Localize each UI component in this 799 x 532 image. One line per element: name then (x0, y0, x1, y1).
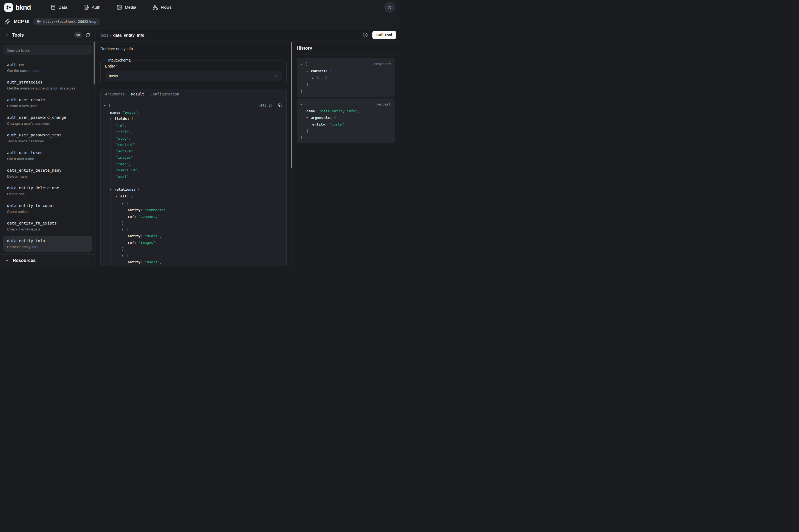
image-icon (117, 5, 122, 10)
tool-name: auth_user_token (7, 150, 88, 156)
collapse-triangle-icon[interactable]: ▼ (110, 116, 114, 122)
json-line: entity: "posts" (301, 121, 391, 128)
entity-select-value: posts (109, 74, 118, 78)
tab-result[interactable]: Result (131, 89, 144, 99)
tool-list-item[interactable]: data_entity_delete_manyDelete many (3, 166, 92, 181)
server-url-pill[interactable]: http://localhost:28623/mcp (33, 18, 100, 25)
collapse-triangle-icon[interactable]: ▼ (116, 194, 120, 200)
json-string: "content" (116, 142, 135, 147)
result-size-label: (442 B) (258, 102, 273, 109)
collapse-triangle-icon[interactable]: ▼ (122, 253, 126, 259)
nav-item-media[interactable]: Media (117, 5, 136, 10)
tab-configuration[interactable]: Configuration (151, 89, 179, 99)
refresh-icon[interactable] (86, 33, 90, 37)
call-tool-button[interactable]: Call Tool (373, 31, 396, 39)
json-punct: { (305, 62, 307, 66)
tool-name: data_entity_delete_one (7, 185, 88, 191)
tool-list-item[interactable]: data_entity_fn_countCount entities (3, 201, 92, 216)
nav-item-data[interactable]: Data (51, 5, 68, 10)
main-scrollbar[interactable] (291, 42, 292, 168)
entity-field-label: Entity* (105, 64, 282, 68)
json-line: "id", (104, 122, 282, 129)
json-line: ▼{ (104, 200, 282, 207)
chevron-down-icon (5, 258, 9, 263)
tool-list-item[interactable]: auth_meGet the current user (3, 60, 92, 75)
json-string: "comments" (142, 208, 166, 212)
tool-list-item[interactable]: data_entity_infoRetrieve entity info (3, 236, 92, 252)
search-input[interactable]: Search tools (3, 45, 92, 55)
tool-list-item[interactable]: auth_strategiesGet the available authent… (3, 77, 92, 93)
paperclip-icon (4, 19, 10, 25)
json-punct: } (301, 135, 303, 139)
tool-list-item[interactable]: auth_user_password_changeChange a user's… (3, 113, 92, 128)
collapse-triangle-icon[interactable]: ▼ (110, 187, 114, 193)
expand-triangle-icon[interactable]: ▶ (312, 75, 317, 82)
indent-guide (123, 198, 123, 266)
json-line: "asdf" (104, 173, 282, 180)
result-json-tree: ▼{(442 B)name: "posts",▼fields: ["id","t… (101, 99, 286, 266)
json-punct: , (159, 234, 161, 238)
copy-icon (278, 103, 282, 107)
json-string: "images" (116, 155, 133, 159)
json-punct: , (133, 149, 135, 153)
tab-row: ArgumentsResultConfiguration (101, 89, 286, 99)
json-line: "images", (104, 154, 282, 161)
history-entry-response[interactable]: response▼{▼content: [▶{...}]} (297, 58, 395, 97)
json-line: entity: "comments", (104, 207, 282, 213)
nav-label: Data (59, 5, 68, 10)
tool-detail-header: Tools/data_entity_info Call Tool (95, 28, 400, 42)
entity-select[interactable]: posts (105, 71, 282, 81)
top-nav: bknd Data Auth Media Flows D (0, 0, 400, 15)
json-key: name: (306, 109, 317, 113)
brand[interactable]: bknd (4, 3, 31, 12)
collapse-triangle-icon[interactable]: ▼ (122, 201, 126, 207)
breadcrumb-root[interactable]: Tools (99, 33, 108, 37)
tab-arguments[interactable]: Arguments (105, 89, 125, 99)
indent-guide (129, 204, 129, 217)
tools-section-header[interactable]: Tools 50 (0, 28, 95, 42)
json-line: "content", (104, 141, 282, 148)
history-toggle-button[interactable] (363, 32, 368, 38)
history-list: response▼{▼content: [▶{...}]}request▼{na… (292, 55, 400, 147)
nav-item-flows[interactable]: Flows (152, 5, 171, 10)
user-avatar[interactable]: D (384, 2, 395, 13)
history-title: History (292, 42, 400, 55)
collapse-triangle-icon[interactable]: ▼ (301, 61, 305, 68)
chevron-down-icon (274, 74, 278, 78)
resources-section-header[interactable]: Resources (0, 254, 95, 266)
collapse-triangle-icon[interactable]: ▼ (104, 103, 109, 109)
copy-button[interactable] (278, 103, 282, 107)
tool-name: auth_user_create (7, 97, 88, 103)
json-string: "asdf" (116, 175, 129, 179)
brand-name: bknd (16, 3, 31, 12)
json-string: "slug" (116, 136, 129, 140)
json-line: ] (301, 82, 391, 88)
json-key: entity: (312, 122, 327, 126)
tool-list-item[interactable]: data_entity_delete_oneDelete one (3, 183, 92, 199)
json-key: entity: (128, 208, 142, 212)
collapse-triangle-icon[interactable]: ▼ (122, 227, 126, 233)
json-line: name: "data_entity_info", (301, 108, 391, 114)
json-line: entity: "media", (104, 233, 282, 240)
nav-item-auth[interactable]: Auth (83, 5, 100, 10)
json-line: ref: "comments" (104, 213, 282, 220)
json-line: ], (104, 180, 282, 186)
sidebar-scrollbar[interactable] (94, 42, 95, 84)
json-punct: , (133, 155, 135, 159)
json-string: "title" (116, 130, 131, 134)
json-key: relations: (114, 187, 136, 191)
tool-list-item[interactable]: auth_user_password_testTest a user's pas… (3, 130, 92, 146)
tool-list-item[interactable]: auth_user_tokenGet a user token (3, 148, 92, 164)
history-entry-request[interactable]: request▼{name: "data_entity_info",▼argum… (297, 98, 395, 143)
tool-name: data_entity_fn_exists (7, 221, 88, 226)
json-punct: { (136, 187, 140, 191)
collapse-triangle-icon[interactable]: ▼ (306, 115, 311, 121)
tool-list-item[interactable]: auth_user_createCreate a new user (3, 95, 92, 111)
tool-list-item[interactable]: data_entity_fn_existsCheck if entity exi… (3, 218, 92, 234)
collapse-triangle-icon[interactable]: ▼ (306, 68, 311, 75)
chevron-up-icon (5, 33, 9, 37)
tool-description: Delete one (7, 192, 88, 196)
tool-name: auth_strategies (7, 79, 88, 85)
workspace: Tools 50 Search tools auth_meGet the cur… (0, 28, 400, 266)
collapse-triangle-icon[interactable]: ▼ (301, 102, 305, 108)
